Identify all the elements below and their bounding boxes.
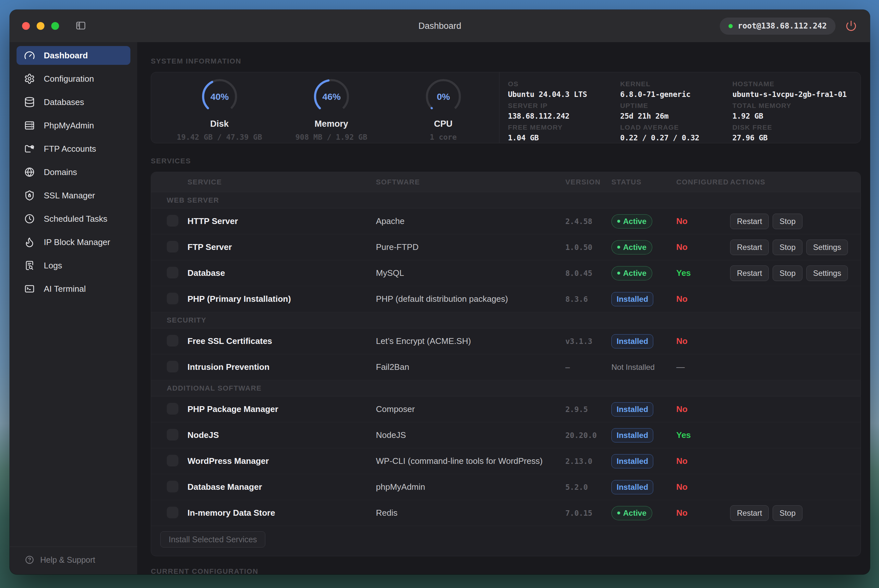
sidebar-item-ai-terminal[interactable]: AI Terminal (17, 279, 131, 298)
service-row-free-ssl-certificates: Free SSL CertificatesLet’s Encrypt (ACME… (151, 328, 861, 354)
status-badge-active: Active (612, 240, 652, 255)
sidebar-item-logs[interactable]: Logs (17, 256, 131, 275)
sidebar-item-domains[interactable]: Domains (17, 163, 131, 182)
connection-status-dot (729, 24, 733, 28)
stat-value: 1.04 GB (508, 134, 615, 142)
configured-value: No (676, 482, 730, 492)
maximize-window-button[interactable] (51, 22, 59, 30)
service-checkbox[interactable] (167, 215, 179, 226)
restart-button[interactable]: Restart (730, 240, 769, 255)
software-name: Composer (376, 404, 565, 414)
service-checkbox[interactable] (167, 335, 179, 346)
system-information-card: 40%Disk19.42 GB / 47.39 GB46%Memory908 M… (151, 72, 861, 143)
column-header-version: VERSION (565, 178, 612, 186)
sidebar-nav: DashboardConfigurationDatabasesPhpMyAdmi… (10, 46, 137, 298)
service-name: WordPress Manager (188, 456, 376, 466)
status-cell: Installed (612, 454, 676, 468)
help-support-button[interactable]: Help & Support (10, 546, 137, 574)
checkbox-cell (151, 361, 188, 374)
sidebar-item-ssl-manager[interactable]: SSL Manager (17, 186, 131, 205)
main-content: SYSTEM INFORMATION 40%Disk19.42 GB / 47.… (137, 42, 870, 574)
settings-button[interactable]: Settings (806, 240, 848, 255)
stat-label: SERVER IP (508, 102, 615, 110)
actions-cell: RestartStop (730, 214, 861, 229)
service-row-intrusion-prevention: Intrusion PreventionFail2Ban–Not Install… (151, 354, 861, 380)
connection-badge[interactable]: root@138.68.112.242 (720, 18, 835, 34)
stop-button[interactable]: Stop (772, 214, 802, 229)
sidebar-item-phpmyadmin[interactable]: PhpMyAdmin (17, 116, 131, 135)
sidebar-item-ip-block-manager[interactable]: IP Block Manager (17, 233, 131, 252)
minimize-window-button[interactable] (37, 22, 44, 30)
stat-value: 0.22 / 0.27 / 0.32 (620, 134, 727, 142)
status-cell: Not Installed (612, 363, 676, 372)
software-name: WP-CLI (command-line tools for WordPress… (376, 456, 565, 466)
gauge-detail: 908 MB / 1.92 GB (296, 133, 368, 141)
status-cell: Active (612, 506, 676, 520)
sidebar-item-scheduled-tasks[interactable]: Scheduled Tasks (17, 209, 131, 228)
checkbox-cell (151, 429, 188, 442)
close-window-button[interactable] (22, 22, 30, 30)
folder-user-icon (24, 143, 35, 154)
sidebar: DashboardConfigurationDatabasesPhpMyAdmi… (10, 42, 137, 574)
restart-button[interactable]: Restart (730, 214, 769, 229)
restart-button[interactable]: Restart (730, 266, 769, 281)
service-checkbox[interactable] (167, 455, 179, 466)
gauge-detail: 1 core (430, 133, 457, 141)
service-checkbox[interactable] (167, 241, 179, 252)
service-version: 8.0.45 (565, 269, 612, 278)
status-badge-installed: Installed (612, 480, 653, 494)
service-checkbox[interactable] (167, 293, 179, 304)
service-checkbox[interactable] (167, 267, 179, 279)
sidebar-item-label: IP Block Manager (44, 237, 110, 248)
stop-button[interactable]: Stop (772, 506, 802, 521)
status-badge-active: Active (612, 214, 652, 228)
service-checkbox[interactable] (167, 403, 179, 415)
sidebar-item-dashboard[interactable]: Dashboard (17, 46, 131, 65)
configured-value: No (676, 294, 730, 304)
sidebar-item-label: Logs (44, 261, 62, 271)
actions-cell: RestartStopSettings (730, 266, 861, 281)
settings-button[interactable]: Settings (806, 266, 848, 281)
configured-value: No (676, 508, 730, 518)
status-badge-installed: Installed (612, 334, 653, 348)
gauge-cpu: 0%CPU1 core (387, 77, 499, 143)
status-dot (617, 272, 620, 274)
sidebar-item-databases[interactable]: Databases (17, 93, 131, 111)
service-row-in-memory-data-store: In-memory Data StoreRedis7.0.15ActiveNoR… (151, 500, 861, 526)
configured-value: No (676, 336, 730, 346)
column-header-configured: CONFIGURED (676, 178, 730, 186)
software-name: PHP (default distribution packages) (376, 294, 565, 304)
app-window: Dashboard root@138.68.112.242 DashboardC… (10, 10, 870, 574)
service-checkbox[interactable] (167, 361, 179, 372)
current-configuration-section-title: CURRENT CONFIGURATION (151, 567, 861, 574)
stat-hostname: HOSTNAMEubuntu-s-1vcpu-2gb-fra1-01 (732, 80, 854, 99)
status-badge-installed: Installed (612, 292, 653, 306)
service-name: FTP Server (188, 242, 376, 252)
service-checkbox[interactable] (167, 481, 179, 492)
status-badge-installed: Installed (612, 402, 653, 417)
gauge-label: CPU (434, 119, 452, 129)
service-checkbox[interactable] (167, 429, 179, 441)
restart-button[interactable]: Restart (730, 506, 769, 521)
group-header-security: SECURITY (151, 312, 861, 328)
checkbox-cell (151, 241, 188, 254)
install-selected-services-button[interactable]: Install Selected Services (160, 531, 265, 548)
service-version: 1.0.50 (565, 243, 612, 252)
stop-button[interactable]: Stop (772, 266, 802, 281)
service-name: Free SSL Certificates (188, 336, 376, 346)
stat-value: 1.92 GB (732, 112, 854, 120)
power-icon[interactable] (844, 20, 858, 32)
sidebar-toggle-icon[interactable] (74, 20, 87, 32)
connection-label: root@138.68.112.242 (738, 21, 827, 30)
service-checkbox[interactable] (167, 507, 179, 518)
service-row-php-package-manager: PHP Package ManagerComposer2.9.5Installe… (151, 396, 861, 422)
checkbox-cell (151, 293, 188, 306)
status-cell: Active (612, 214, 676, 228)
stop-button[interactable]: Stop (772, 240, 802, 255)
stat-value: 27.96 GB (732, 134, 854, 142)
configured-value: No (676, 242, 730, 252)
status-text: Not Installed (612, 363, 655, 372)
sidebar-item-configuration[interactable]: Configuration (17, 69, 131, 88)
sidebar-item-label: PhpMyAdmin (44, 121, 94, 130)
sidebar-item-ftp-accounts[interactable]: FTP Accounts (17, 140, 131, 158)
